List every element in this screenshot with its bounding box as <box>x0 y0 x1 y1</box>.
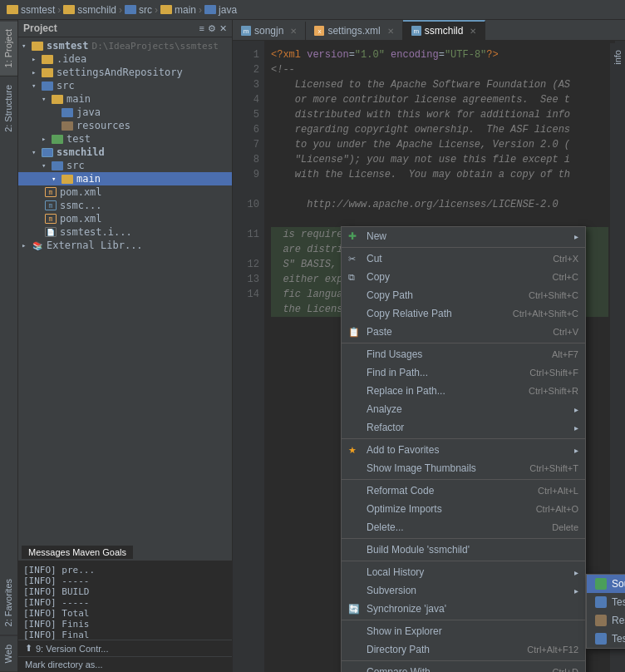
tree-item-resources[interactable]: resources <box>18 119 232 132</box>
menu-item-optimize[interactable]: Optimize Imports Ctrl+Alt+O <box>342 500 585 518</box>
menu-label-delete: Delete... <box>367 521 404 533</box>
tree-item-settings-repo[interactable]: ▸ settingsAndRepository <box>18 66 232 79</box>
submenu-item-test-sources[interactable]: Test Sources Root <box>587 593 625 611</box>
menu-item-show-explorer[interactable]: Show in Explorer <box>342 622 585 640</box>
log-line-5: [INFO] Total <box>23 608 227 619</box>
tab-ssmchild-close[interactable]: ✕ <box>470 27 476 36</box>
bottom-tab-messages[interactable]: Messages Maven Goals <box>22 546 133 559</box>
submenu-mark-dir: Sources Root Test Sources Root Resources… <box>586 574 625 649</box>
menu-label-thumbnails: Show Image Thumbnails <box>367 462 476 474</box>
menu-item-build[interactable]: Build Module 'ssmchild' <box>342 541 585 559</box>
log-line-1: [INFO] pre... <box>23 565 227 576</box>
breadcrumb-icon-java <box>204 5 216 14</box>
menu-item-compare[interactable]: Compare With... Ctrl+D <box>342 663 585 672</box>
tree-label-main-child: main <box>76 173 101 185</box>
menu-item-copy-path[interactable]: Copy Path Ctrl+Shift+C <box>342 286 585 304</box>
menu-item-delete[interactable]: Delete... Delete <box>342 518 585 536</box>
tree-label-main: main <box>66 93 91 105</box>
toolbar-settings-btn[interactable]: ⚙ <box>208 23 216 34</box>
tab-settings-close[interactable]: ✕ <box>387 27 394 36</box>
menu-label-find-path: Find in Path... <box>367 367 428 378</box>
breadcrumb-ssmtest[interactable]: ssmtest <box>21 4 55 16</box>
tree-item-test[interactable]: ▸ test <box>18 132 232 146</box>
tree-item-src-root[interactable]: ▾ src <box>18 79 232 92</box>
code-line-7: to you under the Apache License, Version… <box>271 137 608 152</box>
sidebar-tab-structure[interactable]: 2: Structure <box>0 76 17 141</box>
tab-settings-xml[interactable]: x settings.xml ✕ <box>306 22 402 40</box>
menu-label-subversion: Subversion <box>367 585 416 596</box>
tree-item-pom2[interactable]: m pom.xml <box>18 212 232 225</box>
tab-ssmchild[interactable]: m ssmchild ✕ <box>403 20 486 40</box>
tree-label-ssmtest-file: ssmtest.i... <box>60 226 132 238</box>
sidebar-tab-favorites[interactable]: 2: Favorites <box>0 571 17 635</box>
tab-songjn-close[interactable]: ✕ <box>290 27 297 36</box>
shortcut-dir-path: Ctrl+Alt+F12 <box>527 645 578 655</box>
mark-dir-status: Mark directory as... <box>18 656 232 672</box>
code-line-4: or more contributor license agreements. … <box>271 92 608 107</box>
tree-label-pom2: pom.xml <box>60 213 102 225</box>
menu-item-cut[interactable]: ✂ Cut Ctrl+X <box>342 250 585 268</box>
resources-color <box>595 615 607 626</box>
tab-songjn-label: songjn <box>254 25 283 37</box>
sources-root-color <box>595 578 607 590</box>
submenu-item-test-resources[interactable]: Test Resources Root <box>587 630 625 648</box>
menu-item-find-usages[interactable]: Find Usages Alt+F7 <box>342 345 585 363</box>
submenu-item-resources[interactable]: Resources Root <box>587 611 625 630</box>
tree-label-resources: resources <box>76 120 130 131</box>
menu-item-synchronize[interactable]: 🔄 Synchronize 'java' <box>342 600 585 618</box>
breadcrumb-main[interactable]: main <box>175 4 196 16</box>
tree-item-ssmc-file[interactable]: m ssmc... <box>18 199 232 212</box>
menu-item-dir-path[interactable]: Directory Path Ctrl+Alt+F12 <box>342 640 585 659</box>
code-line-3: Licensed to the Apache Software Foundati… <box>271 77 608 92</box>
menu-item-subversion[interactable]: Subversion ▸ <box>342 581 585 600</box>
project-tree[interactable]: ▾ ssmtest D:\IdeaProjects\ssmtest ▸ .ide… <box>18 37 232 543</box>
menu-item-copy[interactable]: ⧉ Copy Ctrl+C <box>342 268 585 286</box>
paste-icon: 📋 <box>348 327 362 338</box>
submenu-item-sources-root[interactable]: Sources Root <box>587 575 625 593</box>
toolbar-close-btn[interactable]: ✕ <box>219 23 227 34</box>
menu-item-find-path[interactable]: Find in Path... Ctrl+Shift+F <box>342 363 585 382</box>
menu-item-replace-path[interactable]: Replace in Path... Ctrl+Shift+R <box>342 382 585 400</box>
breadcrumb-src[interactable]: src <box>139 4 152 16</box>
menu-item-refactor[interactable]: Refactor ▸ <box>342 418 585 437</box>
menu-item-favorites[interactable]: ★ Add to Favorites ▸ <box>342 441 585 459</box>
menu-item-thumbnails[interactable]: Show Image Thumbnails Ctrl+Shift+T <box>342 459 585 477</box>
menu-label-copy-path: Copy Path <box>367 289 413 301</box>
tab-songjn[interactable]: m songjn ✕ <box>233 22 306 40</box>
version-control-tab[interactable]: ⬆ 9: Version Contr... <box>18 640 232 656</box>
tree-item-java[interactable]: java <box>18 106 232 119</box>
menu-item-local-history[interactable]: Local History ▸ <box>342 563 585 581</box>
content-area: m songjn ✕ x settings.xml ✕ m ssmchild ✕… <box>233 20 625 672</box>
code-line-1: <?xml version="1.0" encoding="UTF-8"?> <box>271 47 608 62</box>
tree-item-ssmtest[interactable]: ▾ ssmtest D:\IdeaProjects\ssmtest <box>18 39 232 52</box>
tree-item-idea[interactable]: ▸ .idea <box>18 52 232 66</box>
menu-item-paste[interactable]: 📋 Paste Ctrl+V <box>342 323 585 341</box>
tree-item-src-child[interactable]: ▾ src <box>18 159 232 172</box>
menu-separator-1 <box>342 247 585 248</box>
breadcrumb-java[interactable]: java <box>219 4 237 16</box>
tree-item-main[interactable]: ▾ main <box>18 92 232 106</box>
breadcrumb-ssmchild[interactable]: ssmchild <box>77 4 116 16</box>
tree-item-pom1[interactable]: m pom.xml <box>18 185 232 199</box>
tree-item-ssmtest-file[interactable]: 📄 ssmtest.i... <box>18 225 232 239</box>
menu-separator-4 <box>342 479 585 480</box>
sidebar-tab-project[interactable]: 1: Project <box>0 20 17 76</box>
menu-label-new: New <box>367 230 386 242</box>
bottom-tabs: Messages Maven Goals <box>18 544 232 561</box>
shortcut-paste: Ctrl+V <box>553 327 578 337</box>
favorites-icon: ★ <box>348 445 362 456</box>
sidebar-tab-web[interactable]: Web <box>0 636 17 672</box>
menu-item-analyze[interactable]: Analyze ▸ <box>342 400 585 418</box>
menu-label-cut: Cut <box>367 253 382 264</box>
toolbar-collapse-btn[interactable]: ≡ <box>199 23 204 34</box>
tree-item-main-child[interactable]: ▾ main <box>18 172 232 185</box>
submenu-label-test-sources: Test Sources Root <box>612 596 625 608</box>
tree-item-ssmchild[interactable]: ▾ ssmchild <box>18 146 232 159</box>
menu-item-copy-rel-path[interactable]: Copy Relative Path Ctrl+Alt+Shift+C <box>342 304 585 323</box>
menu-label-analyze: Analyze <box>367 403 402 415</box>
menu-separator-2 <box>342 343 585 343</box>
menu-item-reformat[interactable]: Reformat Code Ctrl+Alt+L <box>342 482 585 500</box>
tree-item-ext-libs[interactable]: ▸ 📚 External Libr... <box>18 239 232 252</box>
submenu-label-resources: Resources Root <box>612 615 625 626</box>
menu-item-new[interactable]: ✚ New ▸ <box>342 227 585 245</box>
